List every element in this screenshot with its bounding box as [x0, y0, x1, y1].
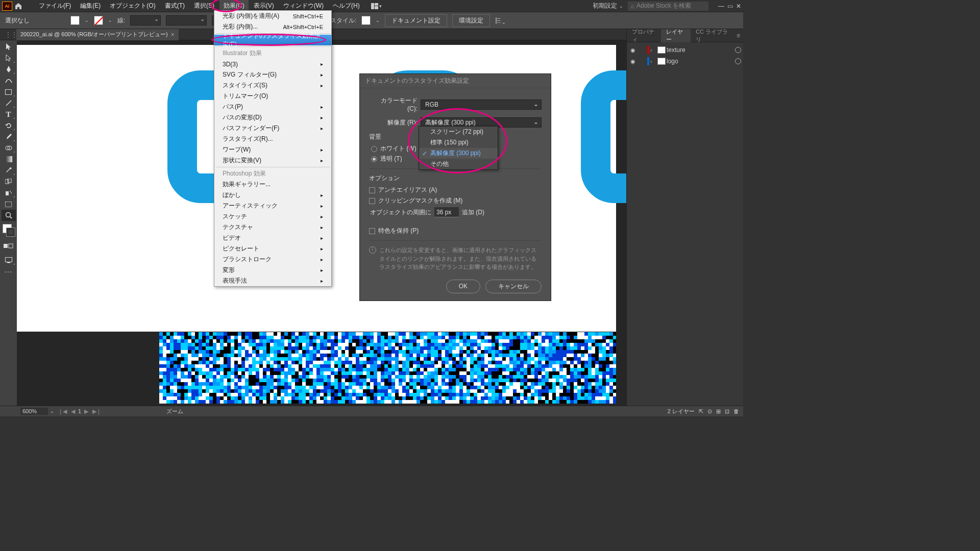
type-tool[interactable]: T [2, 109, 16, 120]
zoom-tool[interactable] [2, 210, 16, 221]
document-tab[interactable]: 200220_ai.ai @ 600% (RGB/オーバープリントプレビュー) … [16, 29, 179, 40]
fill-swatch[interactable] [70, 16, 80, 25]
paintbrush-tool[interactable] [2, 131, 16, 142]
menu-item[interactable]: スタイライズ(S)▸ [214, 80, 331, 91]
menu-item[interactable]: 光彩 (内側)...Alt+Shift+Ctrl+E [214, 21, 331, 32]
tab-close-icon[interactable]: × [171, 31, 175, 38]
menu-type[interactable]: 書式(T) [161, 0, 189, 12]
menu-item[interactable]: アーティスティック▸ [214, 201, 331, 211]
visibility-icon[interactable]: ◉ [629, 46, 637, 54]
nav-first-icon[interactable]: ❘◀ [58, 408, 67, 415]
menu-item[interactable]: テクスチャ▸ [214, 222, 331, 233]
workspace-dropdown[interactable]: 初期設定⌄ [593, 2, 623, 10]
color-mode-dropdown[interactable]: RGB [421, 99, 542, 110]
menu-item[interactable]: ワープ(W)▸ [214, 144, 331, 155]
rotate-tool[interactable] [2, 120, 16, 131]
nav-last-icon[interactable]: ▶❘ [92, 408, 101, 415]
layer-name[interactable]: texture [667, 46, 734, 54]
visibility-icon[interactable]: ◉ [629, 57, 637, 65]
offset-input[interactable] [434, 207, 459, 217]
disclosure-icon[interactable]: › [650, 59, 656, 64]
edit-toolbar[interactable]: ··· [2, 266, 16, 277]
close-icon[interactable]: ✕ [736, 3, 741, 10]
target-icon[interactable] [735, 47, 741, 53]
resolution-option[interactable]: ✓高解像度 (300 ppi) [419, 148, 498, 159]
curvature-tool[interactable] [2, 75, 16, 86]
menu-file[interactable]: ファイル(F) [35, 0, 75, 12]
disclosure-icon[interactable]: › [650, 47, 656, 53]
preserve-spot-checkbox[interactable]: 特色を保持 (P) [369, 227, 542, 235]
prefs-button[interactable]: 環境設定 [452, 14, 490, 27]
rectangle-tool[interactable] [2, 86, 16, 97]
tab-cc-libraries[interactable]: CC ライブラリ [691, 29, 733, 42]
dock-toggle[interactable]: ⋮⋮ [0, 29, 16, 40]
direct-selection-tool[interactable] [2, 53, 16, 64]
line-tool[interactable] [2, 97, 16, 109]
selection-tool[interactable] [2, 41, 16, 53]
menu-edit[interactable]: 編集(E) [76, 0, 105, 12]
new-layer-icon[interactable]: ⊡ [725, 408, 729, 415]
screen-mode[interactable] [2, 255, 16, 266]
arrange-icon[interactable]: ▾ [371, 3, 382, 9]
delete-layer-icon[interactable]: 🗑 [733, 408, 739, 414]
artboard-tool[interactable] [2, 198, 16, 210]
tab-properties[interactable]: プロパティ [627, 29, 661, 42]
cancel-button[interactable]: キャンセル [485, 280, 542, 293]
gradient-tool[interactable] [2, 154, 16, 165]
layer-row[interactable]: ◉ › texture [627, 44, 743, 56]
artboard-number[interactable]: 1 [78, 408, 81, 414]
align-icon[interactable]: ⬱ ⌄ [495, 17, 505, 24]
tab-layers[interactable]: レイヤー [661, 29, 691, 42]
antialias-checkbox[interactable]: アンチエイリアス (A) [369, 186, 542, 194]
color-swatches[interactable] [2, 223, 16, 237]
resolution-option[interactable]: 標準 (150 ppi) [419, 137, 498, 148]
panel-menu-icon[interactable]: ≡ [733, 32, 743, 39]
pen-tool[interactable] [2, 64, 16, 75]
menu-item[interactable]: 表現手法▸ [214, 276, 331, 286]
menu-item[interactable]: 光彩 (内側)を適用(A)Shift+Ctrl+E [214, 11, 331, 21]
layer-row[interactable]: ◉ › logo [627, 56, 743, 67]
shape-builder-tool[interactable] [2, 142, 16, 154]
locate-icon[interactable]: ⊙ [707, 408, 712, 415]
nav-next-icon[interactable]: ▶ [84, 408, 88, 415]
layer-name[interactable]: logo [667, 58, 734, 65]
menu-item[interactable]: トリムマーク(O) [214, 91, 331, 102]
clipmask-checkbox[interactable]: クリッピングマスクを作成 (M) [369, 196, 542, 205]
stroke-swatch[interactable] [94, 16, 103, 25]
menu-item[interactable]: ブラシストローク▸ [214, 254, 331, 265]
doc-setup-button[interactable]: ドキュメント設定 [385, 14, 447, 27]
draw-mode[interactable] [2, 240, 16, 252]
menu-item[interactable]: パスファインダー(F)▸ [214, 123, 331, 134]
menu-item[interactable]: パス(P)▸ [214, 102, 331, 112]
symbol-sprayer-tool[interactable] [2, 187, 16, 198]
menu-item[interactable]: 効果ギャラリー... [214, 179, 331, 190]
menu-item[interactable]: パスの変形(D)▸ [214, 112, 331, 123]
menu-item[interactable]: ぼかし▸ [214, 190, 331, 201]
resolution-option[interactable]: スクリーン (72 ppi) [419, 127, 498, 137]
ok-button[interactable]: OK [446, 280, 480, 293]
search-input[interactable]: ⌕Adobe Stock を検索 [627, 1, 709, 11]
nav-prev-icon[interactable]: ◀ [71, 408, 75, 415]
menu-object[interactable]: オブジェクト(O) [106, 0, 159, 12]
menu-item[interactable]: ピクセレート▸ [214, 243, 331, 254]
menu-item[interactable]: SVG フィルター(G)▸ [214, 69, 331, 80]
minimize-icon[interactable]: — [718, 3, 724, 10]
home-icon[interactable] [13, 1, 23, 11]
menu-item[interactable]: ビデオ▸ [214, 233, 331, 243]
stroke-weight[interactable] [130, 15, 161, 26]
zoom-level[interactable]: 600% [20, 408, 48, 415]
blend-tool[interactable] [2, 176, 16, 187]
style-swatch[interactable] [361, 16, 371, 25]
menu-item[interactable]: ラスタライズ(R)... [214, 134, 331, 144]
menu-item[interactable]: 3D(3)▸ [214, 59, 331, 69]
menu-item[interactable]: 形状に変換(V)▸ [214, 155, 331, 166]
menu-help[interactable]: ヘルプ(H) [329, 0, 364, 12]
eyedropper-tool[interactable] [2, 165, 16, 176]
resolution-option[interactable]: その他 [419, 159, 498, 169]
sublayer-icon[interactable]: ⊞ [716, 408, 721, 415]
brush-dd[interactable] [166, 15, 207, 26]
menu-item-rasterize-settings[interactable]: ドキュメントのラスタライズ効果設定(E)... [214, 35, 331, 45]
maximize-icon[interactable]: ▭ [727, 3, 733, 10]
target-icon[interactable] [735, 58, 741, 64]
menu-item[interactable]: スケッチ▸ [214, 211, 331, 222]
